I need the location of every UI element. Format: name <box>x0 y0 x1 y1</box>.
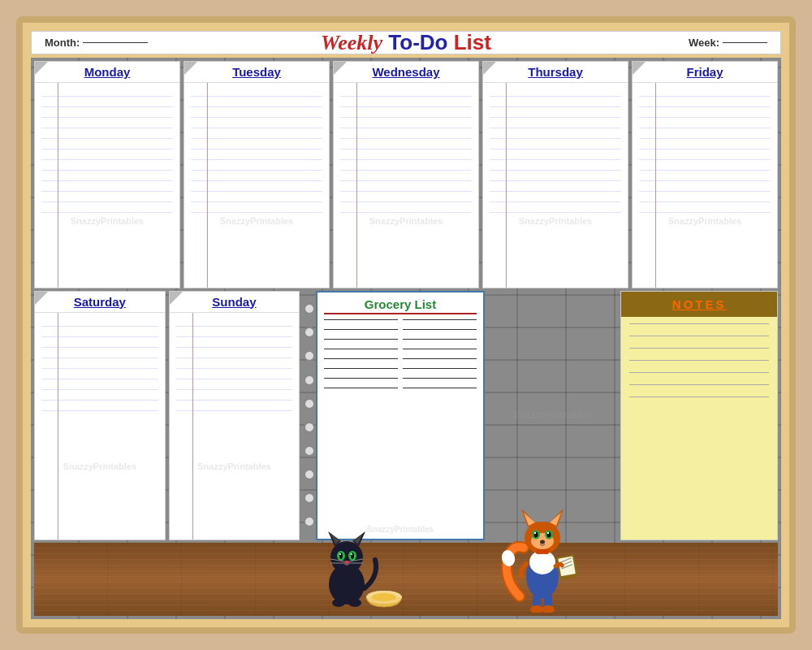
watermark-saturday: SnazzyPrintables <box>63 462 136 471</box>
month-field: Month: <box>45 37 148 49</box>
grocery-line <box>403 388 477 388</box>
spiral-ring <box>304 375 315 386</box>
watermark-monday: SnazzyPrintables <box>71 216 144 226</box>
svg-point-11 <box>351 553 352 555</box>
corner-fold-monday <box>35 62 48 75</box>
grocery-col-1 <box>324 319 398 516</box>
spiral-ring <box>304 303 315 314</box>
tuesday-lines: SnazzyPrintables <box>184 83 329 288</box>
spiral-ring <box>304 350 315 362</box>
main-area: Monday SnazzyPrintables Tuesday <box>31 58 781 619</box>
notes-line <box>629 323 769 324</box>
grocery-line <box>403 319 477 320</box>
svg-point-36 <box>547 532 549 534</box>
monday-card: Monday SnazzyPrintables <box>34 61 180 288</box>
wednesday-header: Wednesday <box>334 62 478 83</box>
tuesday-card: Tuesday SnazzyPrintables <box>184 61 330 288</box>
title-weekly: Weekly <box>321 31 382 54</box>
grocery-spiral <box>303 291 316 540</box>
notes-header: NOTES <box>621 292 777 317</box>
grocery-line <box>324 388 398 388</box>
spiral-ring <box>304 469 315 480</box>
friday-lines: SnazzyPrintables <box>633 83 777 288</box>
svg-point-47 <box>542 605 555 613</box>
spiral-ring <box>304 422 315 433</box>
fox-character <box>495 499 585 616</box>
grocery-line <box>403 339 477 340</box>
grocery-line <box>324 358 398 359</box>
floor <box>34 543 778 616</box>
corner-fold-thursday <box>483 62 496 75</box>
corner-fold-sunday <box>170 292 183 305</box>
grocery-line <box>324 368 398 369</box>
watermark-friday: SnazzyPrintables <box>668 216 741 226</box>
fox-svg <box>495 499 585 613</box>
corner-fold-saturday <box>35 292 48 305</box>
monday-header: Monday <box>35 62 179 83</box>
svg-point-1 <box>330 541 363 574</box>
grocery-title: Grocery List <box>324 292 477 314</box>
sunday-card: Sunday SnazzyPrintables <box>169 291 300 540</box>
notes-line <box>629 336 769 336</box>
saturday-header: Saturday <box>35 292 165 313</box>
month-label: Month: <box>45 37 80 49</box>
tuesday-header: Tuesday <box>184 62 329 83</box>
notes-lines-area <box>621 317 777 540</box>
notes-line <box>629 372 769 373</box>
grocery-line <box>324 378 398 379</box>
floor-texture <box>34 543 778 616</box>
page-title: Weekly To-Do List <box>321 30 491 55</box>
svg-point-35 <box>534 532 536 534</box>
notes-line <box>629 348 769 349</box>
grocery-line <box>403 349 477 349</box>
grocery-line <box>324 329 398 330</box>
notes-line <box>629 360 769 361</box>
notes-card: NOTES <box>620 291 778 540</box>
outer-frame: Month: Weekly To-Do List Week: Monday <box>16 16 796 634</box>
grocery-line <box>403 358 477 359</box>
monday-lines: SnazzyPrintables <box>35 83 179 288</box>
corner-fold-friday <box>633 62 646 75</box>
sunday-header: Sunday <box>170 292 300 313</box>
title-list: List <box>454 30 491 54</box>
spiral-ring <box>304 327 315 338</box>
thursday-card: Thursday SnazzyPrintables <box>482 61 628 288</box>
grocery-line <box>324 339 398 340</box>
notes-line <box>629 384 769 385</box>
food-bowl <box>364 589 404 613</box>
thursday-lines: SnazzyPrintables <box>483 83 628 288</box>
month-underline <box>83 42 148 43</box>
svg-point-10 <box>339 553 341 555</box>
grocery-line <box>403 329 477 330</box>
svg-point-21 <box>372 593 396 601</box>
grocery-line <box>403 378 477 379</box>
spiral-ring <box>304 398 315 410</box>
grocery-line <box>324 319 398 320</box>
watermark-wednesday: SnazzyPrintables <box>369 216 443 226</box>
svg-point-18 <box>348 599 361 607</box>
week-field: Week: <box>689 37 767 49</box>
friday-card: Friday SnazzyPrintables <box>632 61 778 288</box>
notes-line <box>629 396 769 397</box>
header: Month: Weekly To-Do List Week: <box>31 31 781 54</box>
week-label: Week: <box>689 37 719 49</box>
bottom-row: Saturday SnazzyPrintables Sunday <box>34 291 778 540</box>
grocery-line <box>324 349 398 349</box>
watermark-thursday: SnazzyPrintables <box>519 216 592 226</box>
grocery-line <box>403 368 477 369</box>
watermark-center: SnazzyPrintables <box>512 410 593 421</box>
week-underline <box>723 42 767 43</box>
top-days-row: Monday SnazzyPrintables Tuesday <box>34 61 778 288</box>
svg-point-37 <box>540 540 545 544</box>
watermark-sunday: SnazzyPrintables <box>197 462 270 471</box>
sunday-lines: SnazzyPrintables <box>170 313 300 540</box>
svg-point-12 <box>344 561 349 564</box>
wednesday-lines: SnazzyPrintables <box>334 83 478 288</box>
corner-fold-tuesday <box>184 62 197 75</box>
friday-header: Friday <box>633 62 777 83</box>
grocery-card: Grocery List <box>316 291 485 540</box>
title-todo: To-Do <box>388 30 447 54</box>
thursday-header: Thursday <box>483 62 628 83</box>
grocery-card-wrapper: Grocery List <box>303 291 485 540</box>
svg-point-17 <box>332 599 345 607</box>
